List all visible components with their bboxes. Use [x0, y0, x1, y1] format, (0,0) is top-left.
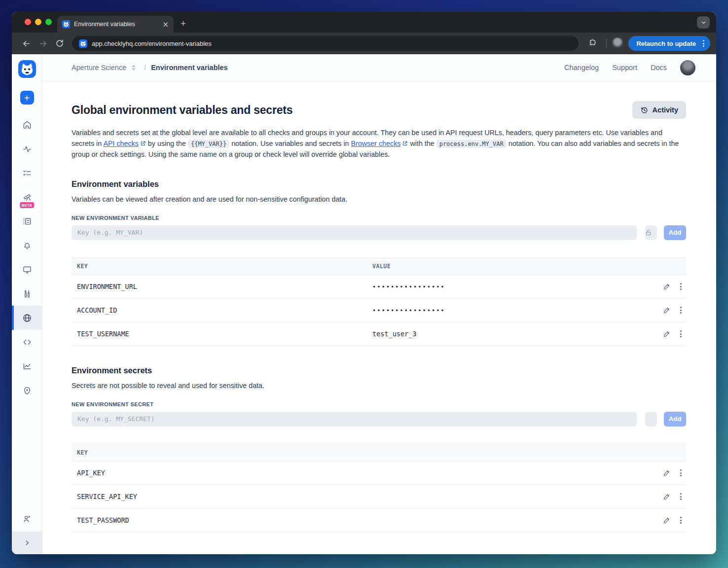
edit-pencil-icon[interactable] — [663, 330, 671, 338]
intro-text: with the — [408, 140, 436, 147]
app-sidebar: BETA — [12, 54, 42, 554]
reload-button[interactable] — [51, 35, 68, 52]
variable-value: test_user_3 — [372, 330, 416, 338]
sidebar-item-explore-beta[interactable]: BETA — [12, 185, 42, 209]
relaunch-menu-kebab-icon[interactable] — [701, 40, 706, 47]
sidebar-item-test-sessions[interactable] — [12, 161, 42, 185]
api-checks-link[interactable]: API checks — [103, 140, 139, 147]
new-tab-button[interactable]: + — [181, 18, 186, 29]
create-new-button[interactable] — [20, 91, 34, 105]
back-button[interactable] — [18, 35, 35, 52]
docs-link[interactable]: Docs — [651, 64, 667, 71]
secret-key-input[interactable] — [72, 412, 637, 426]
sidebar-item-analytics[interactable] — [12, 354, 42, 378]
bell-icon — [22, 241, 32, 250]
intro-text: by using the — [146, 140, 188, 147]
beta-badge: BETA — [20, 202, 34, 208]
sidebar-item-snippets[interactable] — [12, 330, 42, 354]
browser-window: Environment variables ✕ + ap — [12, 12, 716, 554]
log-list-icon — [22, 216, 32, 226]
add-variable-button[interactable]: Add — [664, 225, 686, 240]
globe-icon — [22, 313, 32, 323]
tab-close-icon[interactable]: ✕ — [162, 21, 169, 28]
key-column-header: KEY — [72, 449, 645, 456]
extensions-puzzle-icon[interactable] — [584, 35, 601, 52]
variable-key: ENVIRONMENT_URL — [72, 283, 372, 290]
breadcrumb-account[interactable]: Aperture Science — [72, 64, 126, 71]
secret-key: API_KEY — [72, 469, 645, 477]
sidebar-item-alerts[interactable] — [12, 233, 42, 257]
wrench-icon — [22, 289, 32, 299]
changelog-link[interactable]: Changelog — [564, 64, 599, 71]
browser-tab[interactable]: Environment variables ✕ — [57, 16, 174, 33]
browser-checks-link[interactable]: Browser checks — [351, 140, 401, 147]
row-kebab-icon[interactable] — [680, 330, 682, 337]
sidebar-item-checks[interactable] — [12, 137, 42, 161]
edit-pencil-icon[interactable] — [663, 283, 671, 290]
external-link-icon — [140, 141, 146, 146]
variable-key: TEST_USERNAME — [72, 330, 372, 338]
secrets-table-header: KEY — [72, 444, 686, 462]
row-kebab-icon[interactable] — [680, 307, 682, 314]
checkly-favicon-icon — [62, 20, 70, 28]
sidebar-item-dashboards[interactable] — [12, 257, 42, 282]
table-row: ENVIRONMENT_URL •••••••••••••••• — [72, 275, 686, 299]
secrets-section-heading: Environment secrets — [72, 366, 686, 375]
zoom-window-button[interactable] — [45, 19, 52, 25]
sidebar-item-environment-variables[interactable] — [12, 306, 42, 330]
sidebar-item-home[interactable] — [12, 112, 42, 137]
value-column-header: VALUE — [372, 263, 645, 270]
secret-key: TEST_PASSWORD — [72, 516, 645, 524]
invite-user-icon — [22, 514, 32, 524]
support-link[interactable]: Support — [612, 64, 637, 71]
forward-button[interactable] — [35, 35, 51, 52]
relaunch-to-update-button[interactable]: Relaunch to update — [628, 36, 710, 51]
expand-sidebar-button[interactable] — [12, 532, 42, 554]
new-secret-form: Add — [72, 412, 686, 426]
user-avatar[interactable] — [680, 60, 695, 75]
secret-value-input[interactable] — [645, 412, 657, 426]
variable-key-input[interactable] — [72, 225, 637, 240]
browser-profile-avatar[interactable] — [612, 37, 623, 49]
breadcrumb-current-page: Environment variables — [151, 64, 228, 71]
edit-pencil-icon[interactable] — [663, 306, 671, 314]
sidebar-item-logs[interactable] — [12, 209, 42, 233]
breadcrumb-separator: / — [144, 64, 146, 71]
sidebar-item-locations[interactable] — [12, 378, 42, 402]
checkly-logo[interactable] — [18, 60, 36, 78]
browser-toolbar: app.checklyhq.com/environment-variables … — [12, 33, 716, 54]
activity-button[interactable]: Activity — [632, 101, 686, 119]
table-row: TEST_USERNAME test_user_3 — [72, 322, 686, 346]
table-row: TEST_PASSWORD — [72, 509, 686, 532]
row-kebab-icon[interactable] — [680, 283, 682, 290]
lock-open-icon[interactable] — [645, 229, 652, 236]
activity-label: Activity — [653, 106, 678, 114]
checklist-icon — [22, 168, 32, 178]
table-row: ACCOUNT_ID •••••••••••••••• — [72, 299, 686, 322]
minimize-window-button[interactable] — [35, 19, 41, 25]
secrets-section-description: Secrets are not possible to reveal and u… — [72, 382, 686, 390]
variables-section-heading: Environment variables — [72, 179, 686, 189]
monitor-icon — [22, 265, 32, 275]
home-icon — [22, 120, 32, 130]
toolbar-divider — [606, 39, 607, 48]
close-window-button[interactable] — [25, 19, 31, 25]
edit-pencil-icon[interactable] — [663, 516, 671, 524]
new-secret-label: NEW ENVIRONMENT SECRET — [72, 401, 686, 407]
tab-title: Environment variables — [74, 21, 158, 28]
edit-pencil-icon[interactable] — [663, 493, 671, 500]
row-kebab-icon[interactable] — [680, 493, 682, 500]
account-switcher-icon[interactable] — [130, 64, 137, 71]
edit-pencil-icon[interactable] — [663, 469, 671, 477]
new-variable-form: Add — [72, 225, 686, 240]
row-kebab-icon[interactable] — [680, 517, 682, 524]
add-secret-button[interactable]: Add — [664, 412, 686, 426]
tab-search-chevron-icon[interactable] — [697, 16, 710, 29]
history-clock-icon — [640, 106, 649, 114]
url-bar[interactable]: app.checklyhq.com/environment-variables — [72, 36, 579, 51]
row-kebab-icon[interactable] — [680, 469, 682, 476]
sidebar-item-maintenance[interactable] — [12, 282, 42, 306]
traffic-lights — [25, 19, 52, 25]
invite-user-button[interactable] — [12, 506, 42, 532]
relaunch-label: Relaunch to update — [636, 40, 696, 47]
